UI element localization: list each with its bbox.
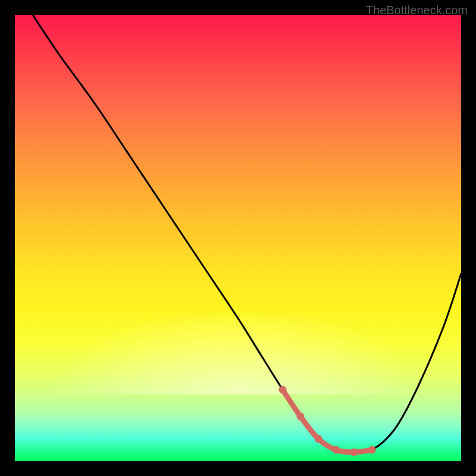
highlight-markers <box>279 386 376 456</box>
watermark-text: TheBottleneck.com <box>366 4 468 17</box>
bottleneck-curve-line <box>33 15 461 452</box>
highlight-marker-dot <box>297 413 305 421</box>
highlight-marker-dot <box>315 435 322 443</box>
highlight-segment <box>283 390 372 452</box>
highlight-marker-dot <box>333 446 340 454</box>
chart-svg <box>15 15 461 461</box>
highlight-marker-dot <box>350 449 358 456</box>
highlight-marker-dot <box>279 386 287 394</box>
chart-plot-area <box>15 15 461 461</box>
highlight-marker-dot <box>368 446 376 454</box>
